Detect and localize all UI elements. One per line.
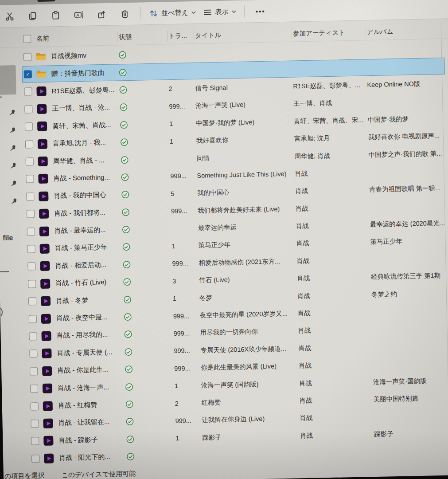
column-header-status[interactable]: 状態 — [118, 31, 168, 42]
media-icon — [39, 209, 49, 219]
row-checkbox[interactable] — [25, 140, 33, 148]
column-header-album[interactable]: アルバム — [366, 25, 448, 37]
share-button[interactable] — [90, 5, 113, 24]
song-title — [203, 453, 300, 455]
album-name — [374, 450, 448, 452]
contributing-artists: 肖战 — [298, 325, 372, 335]
song-title: 沧海一声笑 (国韵版) — [201, 379, 299, 389]
album-name: 中国梦·我的梦 — [368, 114, 448, 124]
row-checkbox[interactable] — [27, 210, 35, 218]
pin-icon — [9, 162, 17, 170]
pin-icon — [9, 180, 17, 188]
view-icon — [203, 8, 212, 17]
album-name — [372, 310, 448, 312]
album-name — [370, 205, 448, 207]
column-header-name[interactable]: 名前 — [35, 31, 118, 44]
more-options-button[interactable]: ••• — [249, 2, 272, 20]
contributing-artists: 肖战 — [295, 168, 369, 178]
row-checkbox[interactable] — [23, 53, 31, 61]
contributing-artists: 肖战 — [298, 308, 372, 318]
synced-icon — [125, 417, 134, 426]
row-checkbox[interactable] — [25, 123, 33, 131]
album-name — [373, 362, 448, 364]
row-checkbox[interactable] — [24, 70, 32, 78]
row-checkbox[interactable] — [28, 280, 36, 288]
row-checkbox[interactable] — [31, 420, 39, 428]
row-checkbox[interactable] — [29, 332, 37, 340]
rename-button[interactable]: A — [67, 6, 90, 24]
song-title: 竹石 (Live) — [199, 275, 297, 285]
row-checkbox[interactable] — [26, 192, 34, 200]
chrome-remnant — [37, 0, 55, 2]
album-name: 青春为祖国歌唱 第一辑... — [369, 184, 448, 194]
nav-item-label-fragment[interactable]: _file — [0, 234, 13, 242]
row-checkbox[interactable] — [29, 350, 37, 358]
album-name — [366, 48, 448, 50]
track-number — [168, 71, 195, 71]
row-checkbox[interactable] — [31, 455, 39, 463]
track-number: 999... — [170, 172, 197, 180]
album-name — [372, 327, 448, 329]
album-name: Keep Online NO版 — [367, 79, 448, 89]
track-number: 1 — [170, 137, 196, 145]
row-checkbox[interactable] — [27, 263, 35, 271]
row-checkbox[interactable] — [30, 367, 38, 375]
row-checkbox[interactable] — [31, 402, 39, 410]
file-name: 肖战 - 竹石 (Live) — [55, 278, 123, 288]
view-button[interactable]: 表示 — [199, 3, 240, 21]
paste-button[interactable] — [44, 6, 67, 24]
synced-icon — [119, 68, 127, 77]
track-number: 2 — [168, 85, 195, 92]
contributing-artists: 肖战 — [299, 360, 373, 370]
song-title: 沧海一声笑 (Live) — [195, 100, 293, 110]
row-checkbox[interactable] — [24, 88, 32, 96]
synced-icon — [121, 190, 129, 199]
synced-icon — [119, 86, 127, 94]
nav-pane-fragment[interactable] — [0, 65, 16, 95]
contributing-artists: 肖战 — [296, 238, 370, 248]
track-number: 999... — [172, 259, 199, 267]
row-checkbox[interactable] — [29, 315, 37, 323]
row-checkbox[interactable] — [31, 437, 39, 445]
album-name — [367, 100, 448, 102]
file-name: 肖战 - 沧海一声... — [58, 383, 125, 393]
pin-icon — [8, 109, 16, 117]
cut-button[interactable] — [0, 7, 21, 25]
contributing-artists: 肖战 — [300, 430, 374, 440]
media-icon — [39, 191, 48, 201]
select-all-checkbox[interactable] — [23, 35, 31, 43]
album-name: 我好喜欢你 电视剧原声... — [368, 131, 448, 141]
contributing-artists: 肖战 — [296, 220, 370, 230]
row-checkbox[interactable] — [27, 228, 35, 236]
column-header-track[interactable]: トラ... — [168, 30, 194, 41]
file-name: 肖战 - 最幸运的... — [55, 225, 122, 235]
chevron-down-icon — [191, 11, 196, 14]
row-checkbox[interactable] — [28, 297, 36, 305]
file-name: 肖战 - 用尽我的... — [56, 330, 124, 340]
delete-button[interactable] — [113, 5, 136, 23]
song-title: 相爱后动物感伤 (2021东方... — [199, 257, 296, 267]
contributing-artists: 肖战 — [299, 395, 373, 405]
row-checkbox[interactable] — [30, 385, 38, 393]
contributing-artists: R1SE赵磊、彭楚粤、... — [293, 81, 367, 90]
synced-icon — [123, 295, 132, 304]
column-header-title[interactable]: タイトル — [194, 28, 292, 41]
row-checkbox[interactable] — [27, 245, 35, 253]
track-number — [171, 228, 198, 228]
song-title: 问情 — [196, 152, 294, 162]
synced-icon — [125, 365, 133, 373]
song-title: 你是此生最美的风景 (Live) — [201, 362, 299, 372]
synced-icon — [122, 260, 131, 269]
media-icon — [39, 244, 49, 254]
file-name: R1SE赵磊、彭楚粤... — [51, 86, 119, 95]
row-checkbox[interactable] — [24, 105, 32, 113]
album-name — [367, 66, 448, 67]
track-number: 999... — [175, 417, 202, 424]
copy-button[interactable] — [21, 7, 44, 25]
sort-button[interactable]: 並べ替え — [145, 4, 199, 22]
media-icon — [41, 331, 51, 341]
row-checkbox[interactable] — [26, 157, 34, 165]
column-header-artists[interactable]: 参加アーティスト — [292, 27, 366, 39]
synced-icon — [126, 435, 134, 444]
row-checkbox[interactable] — [26, 175, 34, 183]
